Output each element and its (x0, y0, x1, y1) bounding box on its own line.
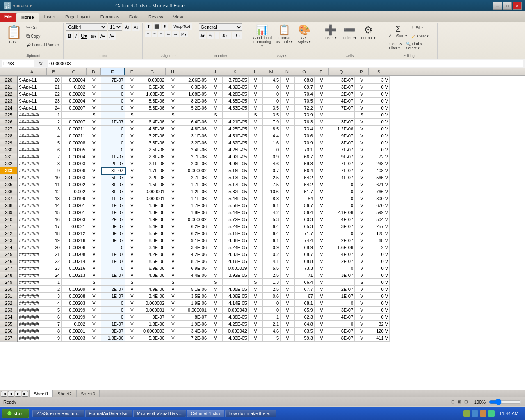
table-cell[interactable]: 0.00208 (62, 293, 87, 300)
table-cell[interactable]: 7 (47, 321, 62, 328)
table-cell[interactable]: V (208, 237, 223, 244)
start-button[interactable]: ❋ start (2, 409, 29, 418)
table-cell[interactable]: V (166, 209, 180, 216)
table-cell[interactable]: V (87, 258, 101, 265)
tab-data[interactable]: Data (124, 13, 144, 22)
table-cell[interactable]: 70.5 (295, 98, 315, 105)
table-cell[interactable]: V (125, 174, 139, 181)
table-cell[interactable] (329, 279, 355, 286)
table-cell[interactable]: V (281, 119, 295, 126)
font-size-dropdown[interactable]: 11 (108, 23, 122, 31)
table-cell[interactable]: V (125, 251, 139, 258)
table-cell[interactable]: 5.16E-05 (223, 167, 249, 174)
table-cell[interactable]: 74.4 (295, 237, 315, 244)
table-cell[interactable]: 6.3E-06 (180, 84, 208, 91)
table-cell[interactable]: V (281, 314, 295, 321)
table-cell[interactable]: ######## (18, 230, 47, 237)
table-cell[interactable]: 4.21E-05 (223, 119, 249, 126)
table-cell[interactable]: 8E-07 (180, 314, 208, 321)
table-cell[interactable]: V (166, 251, 180, 258)
table-cell[interactable]: 4E-07 (329, 251, 355, 258)
table-cell[interactable]: 3E-07 (101, 167, 125, 174)
table-cell[interactable]: 2E-07 (329, 258, 355, 265)
table-cell[interactable]: ######## (18, 174, 47, 181)
table-cell[interactable]: 8.7E-06 (180, 258, 208, 265)
table-cell[interactable]: ######## (18, 126, 47, 132)
table-cell[interactable]: 15 (47, 209, 62, 216)
table-cell[interactable]: V (125, 216, 139, 223)
table-cell[interactable]: 565 V (369, 174, 390, 181)
table-cell[interactable] (139, 279, 166, 286)
table-cell[interactable]: V (87, 321, 101, 328)
table-cell[interactable]: 1.7E-06 (180, 202, 208, 209)
zoom-slider[interactable] (489, 399, 522, 405)
row-number[interactable]: 242 (0, 230, 18, 237)
table-cell[interactable]: V (208, 167, 223, 174)
table-cell[interactable]: V (208, 105, 223, 112)
table-cell[interactable]: V (166, 286, 180, 293)
format-table-button[interactable]: 📋 Formatas Table ▾ (274, 23, 294, 45)
table-cell[interactable]: V (87, 174, 101, 181)
table-cell[interactable]: 2.5E-06 (139, 146, 166, 153)
table-cell[interactable]: 0.000001 (139, 188, 166, 195)
table-cell[interactable]: 5.5E-06 (139, 230, 166, 237)
table-cell[interactable]: 0.00201 (62, 202, 87, 209)
table-cell[interactable]: 2.2E-06 (139, 174, 166, 181)
table-cell[interactable]: 3.2E-06 (180, 139, 208, 146)
table-cell[interactable]: 0.00207 (62, 119, 87, 126)
table-cell[interactable]: 3 (47, 293, 62, 300)
table-cell[interactable]: 0 V (369, 146, 390, 153)
table-cell[interactable]: 2E-07 (329, 237, 355, 244)
table-cell[interactable]: 0 V (369, 293, 390, 300)
row-number[interactable]: 226 (0, 119, 18, 126)
col-header-m[interactable]: M (262, 68, 280, 75)
table-cell[interactable]: 0.000002 (180, 167, 208, 174)
table-cell[interactable]: 9-Apr-11 (18, 77, 47, 84)
table-cell[interactable]: V (249, 314, 263, 321)
table-cell[interactable]: S (125, 279, 139, 286)
increase-font-button[interactable]: A↑ (123, 23, 131, 31)
table-cell[interactable]: V (355, 77, 369, 84)
italic-button[interactable]: I (74, 32, 78, 40)
table-cell[interactable]: 4.88E-05 (223, 237, 249, 244)
table-cell[interactable]: 5.24E-05 (223, 223, 249, 230)
table-cell[interactable]: V (87, 251, 101, 258)
table-cell[interactable]: 0.00216 (62, 237, 87, 244)
minimize-button[interactable]: ─ (493, 2, 502, 10)
table-cell[interactable]: V (281, 286, 295, 293)
table-cell[interactable]: 4E-07 (329, 98, 355, 105)
table-cell[interactable]: V (355, 153, 369, 160)
format-button[interactable]: ⚙ Format ▾ (359, 23, 377, 41)
table-cell[interactable]: 0 (101, 126, 125, 132)
table-cell[interactable]: 23 (47, 265, 62, 272)
table-cell[interactable]: 0.00212 (62, 230, 87, 237)
table-cell[interactable]: 0.000001 (139, 307, 166, 314)
table-cell[interactable]: V (249, 216, 263, 223)
tab-insert[interactable]: Insert (39, 13, 61, 22)
table-cell[interactable]: V (166, 188, 180, 195)
table-cell[interactable]: 2.6E-06 (139, 153, 166, 160)
table-cell[interactable]: 0.00211 (62, 126, 87, 132)
table-cell[interactable]: V (166, 230, 180, 237)
table-cell[interactable]: 1E-07 (101, 272, 125, 279)
table-cell[interactable]: V (281, 77, 295, 84)
table-cell[interactable]: 0.00204 (62, 98, 87, 105)
table-cell[interactable]: V (355, 244, 369, 251)
table-cell[interactable]: 4.35E-05 (223, 98, 249, 105)
table-cell[interactable]: 0 V (369, 139, 390, 146)
table-cell[interactable]: V (249, 286, 263, 293)
table-cell[interactable]: V (125, 188, 139, 195)
table-cell[interactable]: V (208, 258, 223, 265)
table-cell[interactable]: 0 (101, 139, 125, 146)
table-cell[interactable]: 0.00214 (62, 258, 87, 265)
table-cell[interactable]: V (249, 300, 263, 307)
table-cell[interactable]: 0 (263, 307, 281, 314)
table-cell[interactable]: V (208, 181, 223, 188)
table-cell[interactable]: 7E-07 (329, 167, 355, 174)
table-cell[interactable]: 2 (47, 119, 62, 126)
border-button[interactable]: ⊞▾ (89, 32, 98, 40)
align-top-button[interactable]: ⬆ (145, 23, 152, 30)
table-cell[interactable]: 5.24E-05 (223, 244, 249, 251)
table-cell[interactable]: V (87, 209, 101, 216)
table-cell[interactable]: V (125, 119, 139, 126)
